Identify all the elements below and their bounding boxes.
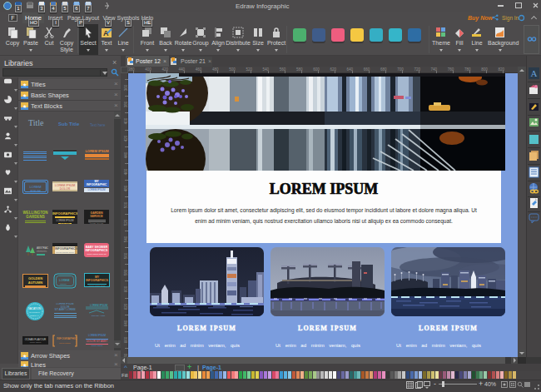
svg-text:elements: elements [37,250,47,253]
svg-text:★: ★ [22,93,27,98]
svg-text:lorem ipsum: lorem ipsum [59,342,71,345]
svg-text:all inclusive: all inclusive [29,311,40,314]
svg-text:IPSUM: IPSUM [60,283,67,285]
svg-text:SPECIAL: SPECIAL [30,315,39,317]
svg-text:LOREM IPSUM: LOREM IPSUM [90,304,108,307]
svg-text:A: A [531,68,538,78]
svg-text:INFOGRAPHICS: INFOGRAPHICS [57,337,77,340]
svg-text:DOLOR AMET: DOLOR AMET [92,315,106,317]
svg-text:★: ★ [22,104,27,109]
svg-text:★: ★ [22,82,27,87]
svg-text:VACATION: VACATION [28,307,41,310]
svg-text:LOREM: LOREM [59,279,70,282]
svg-text:★: ★ [22,354,27,359]
